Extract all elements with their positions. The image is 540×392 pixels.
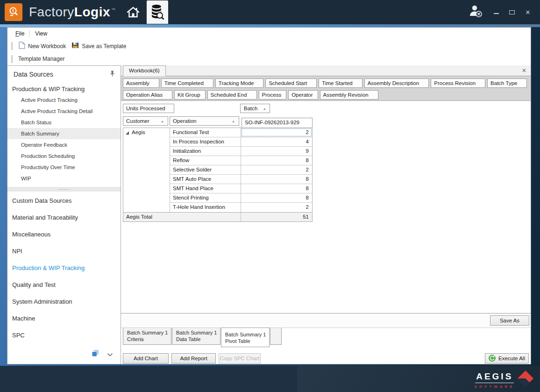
pin-icon[interactable] [110,71,115,78]
table-row: T-Hole Hand Insertion 2 [170,203,312,212]
operation-cell[interactable]: Functional Test [170,128,241,137]
field-chip-scheduled-start[interactable]: Scheduled Start [265,78,317,88]
field-chip-batch-type[interactable]: Batch Type [487,78,527,88]
tab-workbook[interactable]: Workbook(6) [123,65,166,76]
field-chip-time-completed[interactable]: Time Completed [161,78,213,88]
add-report-button[interactable]: Add Report [171,353,216,363]
operation-cell[interactable]: SMT Auto Place [170,175,241,184]
operation-cell[interactable]: SMT Hand Place [170,184,241,193]
sidebar-item-active-product-tracking-detail[interactable]: Active Product Tracking Detail [7,106,121,117]
field-chip-assembly[interactable]: Assembly [123,78,159,88]
data-analysis-icon[interactable] [147,0,168,24]
toolbar-grip[interactable] [11,42,13,50]
data-field-chip-units-processed[interactable]: Units Processed [123,104,174,113]
value-cell[interactable]: 4 [241,137,312,146]
value-cell[interactable]: 8 [241,193,312,202]
operation-cell[interactable]: Selective Solder [170,165,241,174]
save-as-template-button[interactable]: Save as Template [70,41,130,51]
brand-factory: Factory [29,5,74,20]
workbook-close-icon[interactable]: ✕ [522,67,526,74]
pivot-content: Units Processed Batch ▲ Customer ▲ O [121,101,531,313]
available-fields-area: Assembly Time Completed Tracking Mode Sc… [121,76,531,101]
field-chip-operation-alias[interactable]: Operation Alias [123,90,172,100]
field-chip-process[interactable]: Process [259,90,287,100]
sidebar-category-custom-data-sources[interactable]: Custom Data Sources [7,192,121,209]
copy-spc-chart-button: Copy SPC Chart [219,353,261,363]
sidebar-category-material-traceability[interactable]: Material and Traceability [7,209,121,226]
toolbar-secondary: Template Manager [7,52,531,65]
close-button[interactable]: ✕ [524,9,532,16]
row-field-chip-operation[interactable]: Operation ▲ [170,116,239,126]
field-chip-scheduled-end[interactable]: Scheduled End [207,90,257,100]
tab-batch-summary-criteria[interactable]: Batch Summary 1 Criteria [123,328,171,345]
tab-stub[interactable] [270,328,282,345]
factorylogix-logo-icon [5,3,22,21]
menu-view[interactable]: View [32,29,50,38]
sidebar-item-batch-summary[interactable]: Batch Summary [7,128,121,139]
sidebar-item-wip[interactable]: WIP [7,173,121,184]
sort-asc-icon: ▲ [263,107,266,110]
app-title: FactoryLogix ™ [29,5,116,20]
column-header-batch-value[interactable]: SO-INF-09262013-929 [242,118,313,128]
field-chip-kit-group[interactable]: Kit Group [174,90,206,100]
execute-all-label: Execute All [498,356,525,361]
sidebar-category-quality-and-test[interactable]: Quality and Test [7,277,121,293]
sidebar-item-active-product-tracking[interactable]: Active Product Tracking [7,94,121,106]
workbook-panel: Workbook(6) ✕ Assembly Time Completed Tr… [121,65,531,364]
operation-cell[interactable]: Stencil Printing [170,193,241,202]
home-icon[interactable] [122,0,144,24]
sidebar-item-batch-status[interactable]: Batch Status [7,117,121,128]
field-chip-process-revision[interactable]: Process Revision [431,78,485,88]
value-cell[interactable]: 8 [241,156,312,165]
value-cell[interactable]: 2 [241,165,312,174]
field-chip-assembly-revision[interactable]: Assembly Revision [320,90,378,100]
template-manager-button[interactable]: Template Manager [16,55,68,63]
chevron-down-icon[interactable] [107,350,113,358]
operation-cell[interactable]: Initialization [170,147,241,156]
tab-batch-summary-data-table[interactable]: Batch Summary 1 Data Table [172,328,220,345]
pivot-rows: Functional Test 2 In Process Inspection … [170,128,312,212]
sidebar-category-spc[interactable]: SPC [7,327,121,344]
add-chart-button[interactable]: Add Chart [123,353,169,363]
value-cell[interactable]: 8 [241,184,312,193]
operation-cell[interactable]: T-Hole Hand Insertion [170,203,241,212]
sidebar-category-system-administration[interactable]: System Administration [7,293,121,310]
operation-cell[interactable]: In Process Inspection [170,137,241,146]
new-workbook-button[interactable]: New Workbook [16,41,70,51]
menu-file[interactable]: File [12,29,28,38]
sidebar-item-productivity-over-time[interactable]: Productivity Over Time [7,162,121,173]
field-chip-tracking-mode[interactable]: Tracking Mode [215,78,264,88]
logout-user-icon[interactable] [468,4,484,20]
value-cell[interactable]: 8 [241,175,312,184]
field-chip-assembly-description[interactable]: Assembly Description [364,78,429,88]
sidebar-splitter-handle[interactable]: ...... [7,187,121,192]
customer-chip-label: Customer [126,118,149,124]
column-field-chip-batch[interactable]: Batch ▲ [240,104,270,113]
layers-icon[interactable] [91,349,99,359]
operation-cell[interactable]: Reflow [170,156,241,165]
expand-group-icon[interactable] [126,131,129,135]
toolbar-grip[interactable] [11,55,13,63]
titlebar-right: ✕ [468,4,540,20]
group-cell-aegis[interactable]: Aegis [123,128,170,212]
sidebar-category-machine[interactable]: Machine [7,310,121,327]
sidebar-category-miscellaneous[interactable]: Miscellaneous [7,226,121,243]
spacer [263,353,483,364]
field-chip-operator[interactable]: Operator [288,90,318,100]
value-cell-selected[interactable]: 2 [241,128,312,137]
sidebar-category-production-wip-tracking[interactable]: Production & WIP Tracking [7,260,121,277]
row-field-chip-customer[interactable]: Customer ▲ [123,116,168,126]
value-cell[interactable]: 9 [241,147,312,156]
maximize-button[interactable] [508,9,516,16]
tab-batch-summary-pivot-table[interactable]: Batch Summary 1 Pivot Table [221,328,270,347]
sidebar-item-production-scheduling[interactable]: Production Scheduling [7,150,121,162]
sidebar-category-npi[interactable]: NPI [7,243,121,260]
field-chip-time-started[interactable]: Time Started [319,78,362,88]
value-cell[interactable]: 2 [241,203,312,212]
sidebar-item-operator-feedback[interactable]: Operator Feedback [7,139,121,150]
execute-all-button[interactable]: Execute All [485,353,529,363]
save-as-button[interactable]: Save As [490,315,529,326]
minimize-button[interactable] [492,9,500,16]
menubar: File View [7,28,531,40]
sort-asc-icon: ▲ [232,120,235,123]
